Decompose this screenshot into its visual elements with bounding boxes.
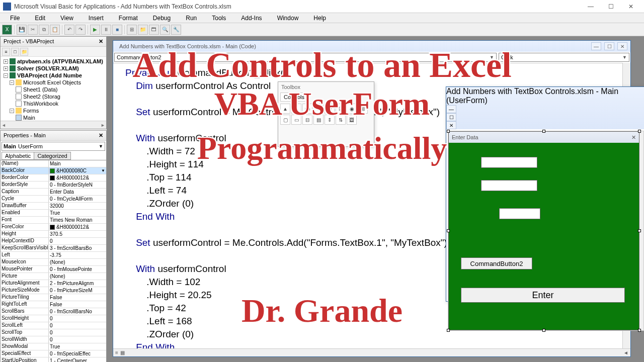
props-tab-categorized[interactable]: Categorized: [34, 152, 70, 160]
properties-panel-close-button[interactable]: ✕: [99, 132, 103, 139]
property-row[interactable]: PictureAlignment2 - fmPictureAlignm: [1, 280, 106, 287]
codewin-close-button[interactable]: ✕: [617, 42, 627, 50]
tool-button-icon[interactable]: ▭: [291, 115, 301, 125]
property-row[interactable]: ScrollTop0: [1, 329, 106, 336]
property-row[interactable]: ShowModalTrue: [1, 343, 106, 350]
tool-undo-icon[interactable]: ↶: [64, 25, 74, 35]
view-object-icon[interactable]: □: [11, 48, 19, 56]
property-row[interactable]: PictureSizeMode0 - fmPictureSizeM: [1, 287, 106, 294]
property-row[interactable]: HelpContextID0: [1, 238, 106, 245]
property-row[interactable]: Picture(None): [1, 273, 106, 280]
tool-toolbox-icon[interactable]: 🔧: [171, 25, 181, 35]
tool-image-icon[interactable]: 🖼: [347, 115, 357, 125]
menu-help[interactable]: Help: [306, 14, 333, 22]
property-row[interactable]: EnabledTrue: [1, 210, 106, 217]
properties-object-selector[interactable]: MainUserForm ▼: [2, 142, 105, 151]
menu-file[interactable]: File: [3, 14, 27, 22]
property-row[interactable]: StartUpPosition1 - CenterOwner: [1, 357, 106, 362]
ufwin-maximize-button[interactable]: ☐: [446, 113, 456, 121]
tool-design-icon[interactable]: ⊞: [127, 25, 137, 35]
property-row[interactable]: BorderColor&H80000012&: [1, 174, 106, 182]
tool-toggle-icon[interactable]: ⊞: [358, 104, 368, 114]
textbox3-control[interactable]: [499, 208, 540, 219]
tool-checkbox-icon[interactable]: ☑: [336, 104, 346, 114]
tool-reset-icon[interactable]: ■: [112, 25, 122, 35]
menu-window[interactable]: Window: [270, 14, 306, 22]
property-row[interactable]: RightToLeftFalse: [1, 301, 106, 308]
tool-pointer-icon[interactable]: ▲: [280, 104, 290, 114]
property-row[interactable]: FontTimes New Roman: [1, 217, 106, 224]
code-procedure-combo[interactable]: Click▼: [499, 53, 629, 62]
ufwin-close-button[interactable]: ✕: [446, 121, 456, 129]
tool-option-icon[interactable]: ◉: [347, 104, 357, 114]
property-row[interactable]: SpecialEffect0 - fmSpecialEffec: [1, 350, 106, 357]
property-row[interactable]: Cycle0 - fmCycleAllForm: [1, 196, 106, 203]
userform-close-icon[interactable]: ✕: [631, 134, 636, 141]
userform-main[interactable]: Enter Data ✕ CommandButton2 Enter: [448, 131, 639, 330]
project-scrollbar[interactable]: ◄►: [1, 121, 106, 129]
property-row[interactable]: MousePointer0 - fmMousePointe: [1, 266, 106, 273]
tool-textbox-icon[interactable]: ab: [302, 104, 312, 114]
tool-break-icon[interactable]: ⏸: [101, 25, 111, 35]
property-row[interactable]: Height370.5: [1, 231, 106, 238]
codewin-minimize-button[interactable]: —: [591, 42, 601, 50]
tool-run-icon[interactable]: ▶: [90, 25, 100, 35]
menu-view[interactable]: View: [53, 14, 80, 22]
commandbutton2-control[interactable]: CommandButton2: [461, 257, 532, 269]
tool-browser-icon[interactable]: 🔍: [160, 25, 170, 35]
tool-cut-icon[interactable]: ✂: [28, 25, 38, 35]
userform-design-surface[interactable]: Enter Data ✕ CommandButton2 Enter: [448, 131, 644, 331]
textbox2-control[interactable]: [481, 180, 537, 191]
menu-addins[interactable]: Add-Ins: [234, 14, 269, 22]
property-row[interactable]: ScrollWidth0: [1, 336, 106, 343]
tool-excel-icon[interactable]: X: [2, 25, 12, 35]
tool-tabstrip-icon[interactable]: ⊟: [302, 115, 312, 125]
property-row[interactable]: BorderStyle0 - fmBorderStyleN: [1, 182, 106, 189]
tool-frame-icon[interactable]: ▢: [280, 115, 290, 125]
property-row[interactable]: ForeColor&H80000012&: [1, 224, 106, 231]
code-object-combo[interactable]: CommandButton2▼: [114, 53, 497, 62]
tool-save-icon[interactable]: 💾: [17, 25, 27, 35]
properties-grid[interactable]: (Name)MainBackColor&H0000080C▼BorderColo…: [1, 160, 106, 362]
toggle-folders-icon[interactable]: 📁: [20, 48, 28, 56]
menu-debug[interactable]: Debug: [146, 14, 178, 22]
tool-copy-icon[interactable]: ⧉: [39, 25, 49, 35]
tool-redo-icon[interactable]: ↷: [75, 25, 86, 35]
maximize-button[interactable]: ☐: [601, 1, 621, 13]
tool-combobox-icon[interactable]: ▭: [313, 104, 324, 114]
property-row[interactable]: ScrollLeft0: [1, 322, 106, 329]
props-tab-alphabetic[interactable]: Alphabetic: [2, 152, 34, 160]
project-tree[interactable]: +atpvbaen.xls (ATPVBAEN.XLAM) +Solver (S…: [1, 57, 106, 121]
property-row[interactable]: DrawBuffer32000: [1, 203, 106, 210]
property-row[interactable]: PictureTilingFalse: [1, 294, 106, 301]
project-panel-close-button[interactable]: ✕: [99, 38, 103, 45]
tool-listbox-icon[interactable]: ☰: [325, 104, 335, 114]
tool-spin-icon[interactable]: ⇅: [336, 115, 346, 125]
ufwin-minimize-button[interactable]: —: [446, 105, 456, 113]
property-row[interactable]: ScrollHeight0: [1, 315, 106, 322]
property-row[interactable]: KeepScrollBarsVisible3 - fmScrollBarsBo: [1, 245, 106, 252]
property-row[interactable]: CaptionEnter Data: [1, 189, 106, 196]
toolbox-tab-controls[interactable]: Controls: [280, 93, 308, 102]
menu-run[interactable]: Run: [179, 14, 204, 22]
property-row[interactable]: MouseIcon(None): [1, 259, 106, 266]
view-code-icon[interactable]: ≡: [2, 48, 10, 56]
tool-paste-icon[interactable]: 📋: [50, 25, 60, 35]
enter-button-control[interactable]: Enter: [461, 288, 625, 303]
tool-properties-icon[interactable]: 🗔: [149, 25, 159, 35]
property-row[interactable]: BackColor&H0000080C▼: [1, 167, 106, 174]
textbox1-control[interactable]: [481, 157, 537, 168]
menu-edit[interactable]: Edit: [28, 14, 52, 22]
tool-project-icon[interactable]: 📁: [138, 25, 148, 35]
codewin-maximize-button[interactable]: ☐: [604, 42, 614, 50]
code-view-buttons[interactable]: ≡▦◄: [113, 348, 630, 356]
tool-scrollbar-icon[interactable]: ⇕: [325, 115, 335, 125]
property-row[interactable]: ScrollBars0 - fmScrollBarsNo: [1, 308, 106, 315]
minimize-button[interactable]: —: [581, 1, 601, 13]
menu-tools[interactable]: Tools: [205, 14, 233, 22]
menu-insert[interactable]: Insert: [82, 14, 111, 22]
tool-multipage-icon[interactable]: ▤: [313, 115, 324, 125]
toolbox-window[interactable]: Toolbox Controls ▲ A ab ▭ ☰ ☑ ◉ ⊞ ▢ ▭ ⊟ …: [278, 81, 374, 147]
property-row[interactable]: (Name)Main: [1, 160, 106, 167]
property-row[interactable]: Left-3.75: [1, 252, 106, 259]
